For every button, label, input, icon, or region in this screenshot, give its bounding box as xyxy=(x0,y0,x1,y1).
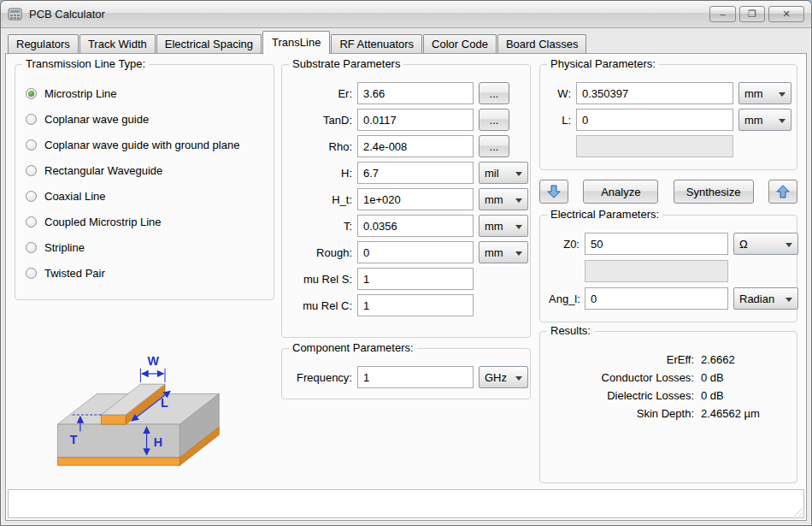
ang-l-input[interactable] xyxy=(585,287,728,310)
radio-icon[interactable] xyxy=(26,114,37,125)
l-unit-select[interactable]: mm xyxy=(738,109,791,131)
mu-rel-c-input[interactable] xyxy=(357,294,474,316)
analysis-actions: Analyze Synthesize xyxy=(539,179,797,204)
electrical-parameters-group: Electrical Parameters: Z0: Ω Ang_l: xyxy=(539,215,797,322)
er-input[interactable] xyxy=(357,82,474,104)
substrate-row-er: Er: ... xyxy=(291,82,521,104)
message-panel[interactable] xyxy=(8,489,804,518)
microstrip-diagram: W L H T xyxy=(42,310,247,486)
ang-l-unit-select[interactable]: Radian xyxy=(733,287,798,310)
substrate-row-h: H: mil xyxy=(291,162,521,184)
radio-icon[interactable] xyxy=(26,139,37,151)
frequency-input[interactable] xyxy=(357,366,474,388)
tand-more-button[interactable]: ... xyxy=(479,109,509,131)
z0-unit-select[interactable]: Ω xyxy=(733,233,798,255)
substrate-row-rho: Rho: ... xyxy=(291,135,521,157)
t-unit-value: mm xyxy=(485,220,503,233)
ht-unit-select[interactable]: mm xyxy=(479,188,528,210)
er-more-button[interactable]: ... xyxy=(479,82,509,104)
results-group: Results: ErEff: 2.6662 Conductor Losses:… xyxy=(539,331,797,483)
diagram-label-l: L xyxy=(161,396,168,410)
ht-label: H_t: xyxy=(291,193,352,206)
physical-extra-field xyxy=(576,135,733,157)
width-row: W: mm xyxy=(549,82,788,104)
transmission-line-type-title: Transmission Line Type: xyxy=(22,57,149,70)
radio-label: Coplanar wave guide with ground plane xyxy=(44,139,239,151)
minimize-button[interactable]: – xyxy=(709,6,736,22)
t-input[interactable] xyxy=(357,215,474,237)
rough-input[interactable] xyxy=(357,241,474,263)
substrate-row-mu-rel-c: mu Rel C: xyxy=(291,294,521,316)
chevron-down-icon xyxy=(779,92,786,100)
mu-rel-c-label: mu Rel C: xyxy=(291,299,352,312)
tab-rf-attenuators[interactable]: RF Attenuators xyxy=(331,34,422,53)
tab-track-width[interactable]: Track Width xyxy=(79,34,156,53)
radio-option-twisted-pair[interactable]: Twisted Pair xyxy=(26,260,265,286)
tab-board-classes[interactable]: Board Classes xyxy=(497,34,587,53)
chevron-down-icon xyxy=(515,376,522,384)
result-ereff: ErEff: 2.6662 xyxy=(547,351,790,369)
radio-option-coplanar-ground-plane[interactable]: Coplanar wave guide with ground plane xyxy=(26,132,265,157)
electrical-extra-field xyxy=(585,260,728,282)
analyze-button[interactable]: Analyze xyxy=(583,180,658,204)
maximize-button[interactable]: ❐ xyxy=(739,6,765,22)
radio-label: Stripline xyxy=(44,241,85,254)
titlebar[interactable]: PCB Calculator – ❐ ✕ xyxy=(1,1,811,28)
radio-icon[interactable] xyxy=(26,216,37,228)
transline-page: Transmission Line Type: Microstrip Line … xyxy=(5,53,807,521)
radio-icon[interactable] xyxy=(26,165,37,176)
h-input[interactable] xyxy=(357,162,474,184)
synthesize-button[interactable]: Synthesize xyxy=(674,180,754,204)
radio-option-stripline[interactable]: Stripline xyxy=(26,234,265,260)
tand-input[interactable] xyxy=(357,109,474,131)
component-parameters-title: Component Parameters: xyxy=(289,341,417,354)
w-input[interactable] xyxy=(576,82,733,104)
radio-option-coplanar-wave-guide[interactable]: Coplanar wave guide xyxy=(26,106,265,132)
t-label: T: xyxy=(291,220,352,233)
arrow-down-button[interactable] xyxy=(539,180,568,204)
diagram-label-h: H xyxy=(154,435,162,449)
tab-electrical-spacing[interactable]: Electrical Spacing xyxy=(156,34,262,53)
frequency-unit-select[interactable]: GHz xyxy=(479,366,528,388)
result-dielectric-losses: Dielectric Losses: 0 dB xyxy=(547,387,790,405)
radio-option-coupled-microstrip-line[interactable]: Coupled Microstrip Line xyxy=(26,209,265,234)
w-unit-select[interactable]: mm xyxy=(738,82,791,104)
z0-input[interactable] xyxy=(585,233,728,255)
conductor-losses-value: 0 dB xyxy=(701,369,724,387)
tab-color-code[interactable]: Color Code xyxy=(423,34,497,53)
close-button[interactable]: ✕ xyxy=(768,6,804,22)
radio-option-coaxial-line[interactable]: Coaxial Line xyxy=(26,183,265,209)
l-unit-value: mm xyxy=(744,114,763,127)
arrow-up-button[interactable] xyxy=(768,180,797,204)
rho-more-button[interactable]: ... xyxy=(479,135,509,157)
z0-unit-value: Ω xyxy=(739,238,748,251)
rough-unit-select[interactable]: mm xyxy=(479,241,528,263)
radio-icon[interactable] xyxy=(26,268,37,279)
physical-parameters-title: Physical Parameters: xyxy=(547,57,659,70)
ht-input[interactable] xyxy=(357,188,474,210)
radio-icon[interactable] xyxy=(26,88,37,99)
diagram-label-t: T xyxy=(70,433,78,446)
rho-input[interactable] xyxy=(357,135,474,157)
conductor-losses-label: Conductor Losses: xyxy=(547,369,694,387)
er-label: Er: xyxy=(291,87,352,100)
chevron-down-icon xyxy=(515,198,522,206)
w-label: W: xyxy=(549,87,571,100)
mu-rel-s-input[interactable] xyxy=(357,268,474,290)
l-input[interactable] xyxy=(576,109,733,131)
tab-transline[interactable]: TransLine xyxy=(262,31,330,54)
radio-icon[interactable] xyxy=(26,242,37,253)
substrate-row-ht: H_t: mm xyxy=(291,188,521,210)
result-skin-depth: Skin Depth: 2.46562 µm xyxy=(547,405,790,423)
mu-rel-s-label: mu Rel S: xyxy=(291,273,352,286)
tab-regulators[interactable]: Regulators xyxy=(8,34,79,53)
radio-icon[interactable] xyxy=(26,191,37,202)
resize-grip[interactable] xyxy=(791,505,803,517)
radio-option-microstrip-line[interactable]: Microstrip Line xyxy=(26,80,265,106)
physical-parameters-group: Physical Parameters: W: mm L: mm xyxy=(539,64,797,170)
radio-option-rectangular-waveguide[interactable]: Rectangular Waveguide xyxy=(26,157,265,183)
h-unit-select[interactable]: mil xyxy=(479,162,528,184)
dielectric-losses-value: 0 dB xyxy=(701,387,724,405)
t-unit-select[interactable]: mm xyxy=(479,215,528,237)
app-icon xyxy=(8,8,23,21)
